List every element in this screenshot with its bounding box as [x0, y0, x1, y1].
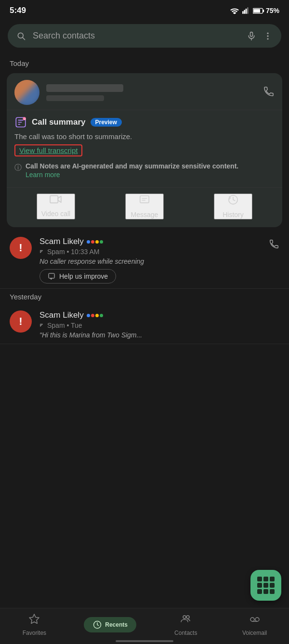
scam-call-1-name: Scam Likely	[39, 237, 261, 246]
ai-notice-text: Call Notes are AI-generated and may summ…	[26, 162, 238, 179]
mic-icon[interactable]	[247, 31, 256, 41]
ai-notice: ⓘ Call Notes are AI-generated and may su…	[14, 162, 275, 179]
voicemail-icon	[249, 613, 261, 628]
scam-warning-icon-2: !	[19, 315, 22, 328]
svg-point-11	[267, 32, 268, 34]
transcript-link[interactable]: View full transcript	[14, 144, 275, 162]
contact-avatar	[14, 80, 39, 105]
bottom-nav: Favorites Recents Contacts	[0, 608, 289, 644]
scam-avatar-1: !	[10, 237, 32, 259]
nav-contacts[interactable]: Contacts	[167, 613, 205, 636]
svg-rect-3	[247, 7, 249, 13]
home-indicator	[116, 640, 173, 642]
svg-rect-24	[49, 273, 54, 278]
recents-active-pill: Recents	[84, 617, 136, 632]
scam-call-2-desc: "Hi this is Marina from Two Sigm...	[39, 331, 279, 339]
scam-warning-icon: !	[19, 242, 22, 254]
google-dots-2	[87, 314, 103, 317]
scam-call-2-meta: Spam • Tue	[39, 322, 279, 329]
video-call-button[interactable]: Video call	[37, 193, 75, 219]
svg-point-29	[255, 618, 259, 621]
scam-call-2: ! Scam Likely Spam • Tue "Hi this is Mar…	[0, 304, 289, 344]
svg-rect-21	[140, 196, 149, 203]
summary-title: Call summary	[32, 117, 86, 127]
contact-detail-blur	[46, 95, 104, 101]
incoming-call-icon-2	[39, 322, 45, 328]
favorites-icon	[28, 613, 40, 628]
scam-call-1-content: Scam Likely Spam • 10:33 AM No caller re…	[39, 237, 261, 283]
call-phone-icon[interactable]	[263, 86, 275, 99]
call-card-header	[7, 73, 282, 110]
svg-point-12	[267, 35, 268, 37]
contact-info	[46, 84, 263, 101]
learn-more-link[interactable]: Learn more	[26, 171, 238, 179]
history-icon	[228, 194, 238, 208]
dialpad-fab[interactable]	[250, 570, 281, 601]
scam-call-1: ! Scam Likely Spam • 10:33 AM No caller …	[0, 230, 289, 289]
svg-rect-5	[263, 9, 264, 12]
search-placeholder: Search contacts	[33, 31, 240, 41]
preview-badge: Preview	[91, 118, 122, 127]
search-icon	[16, 31, 26, 41]
summary-description: The call was too short to summarize.	[14, 132, 275, 141]
nav-recents[interactable]: Recents	[84, 617, 136, 632]
svg-rect-6	[253, 9, 260, 13]
summary-icon: ✦	[14, 116, 27, 129]
wifi-icon	[230, 7, 239, 14]
svg-rect-2	[246, 9, 247, 14]
google-dots-1	[87, 240, 103, 244]
contact-name-blur	[46, 84, 123, 92]
history-button[interactable]: History	[214, 193, 252, 219]
info-icon: ⓘ	[14, 163, 22, 172]
scam-call-1-meta: Spam • 10:33 AM	[39, 248, 261, 256]
status-bar: 5:49 75%	[0, 0, 289, 19]
svg-point-28	[250, 618, 254, 621]
call-card: ✦ Call summary Preview The call was too …	[7, 73, 282, 227]
message-icon	[139, 194, 150, 208]
svg-point-13	[267, 38, 268, 39]
battery-icon: 75%	[253, 7, 279, 14]
signal-icon	[242, 7, 250, 14]
yesterday-label: Yesterday	[0, 289, 289, 304]
call-phone-icon-2[interactable]	[269, 239, 279, 251]
svg-rect-20	[50, 195, 58, 203]
svg-point-26	[183, 616, 186, 618]
action-row: Video call Message History	[7, 187, 282, 227]
recents-icon	[92, 620, 102, 630]
status-time: 5:49	[10, 6, 26, 15]
svg-point-27	[186, 616, 189, 618]
video-call-icon	[50, 194, 62, 207]
call-summary-section: ✦ Call summary Preview The call was too …	[7, 110, 282, 187]
svg-rect-1	[244, 10, 245, 14]
nav-favorites[interactable]: Favorites	[15, 613, 53, 636]
scam-call-2-name: Scam Likely	[39, 310, 279, 320]
svg-line-8	[23, 37, 25, 39]
message-button[interactable]: Message	[125, 193, 164, 219]
contacts-icon	[180, 613, 192, 628]
today-label: Today	[0, 55, 289, 70]
feedback-icon	[48, 272, 55, 280]
search-bar[interactable]: Search contacts	[8, 24, 281, 48]
scam-avatar-2: !	[10, 310, 32, 333]
scam-call-1-desc: No caller response while screening	[39, 258, 261, 265]
scam-call-2-content: Scam Likely Spam • Tue "Hi this is Marin…	[39, 310, 279, 339]
svg-rect-0	[242, 11, 244, 13]
help-improve-button[interactable]: Help us improve	[39, 269, 116, 283]
dialpad-icon	[257, 577, 275, 594]
incoming-call-icon-1	[39, 249, 45, 255]
nav-voicemail[interactable]: Voicemail	[236, 613, 274, 636]
svg-rect-9	[250, 32, 253, 36]
summary-title-row: ✦ Call summary Preview	[14, 116, 275, 129]
more-options-icon[interactable]	[263, 31, 273, 41]
status-icons: 75%	[230, 7, 279, 14]
